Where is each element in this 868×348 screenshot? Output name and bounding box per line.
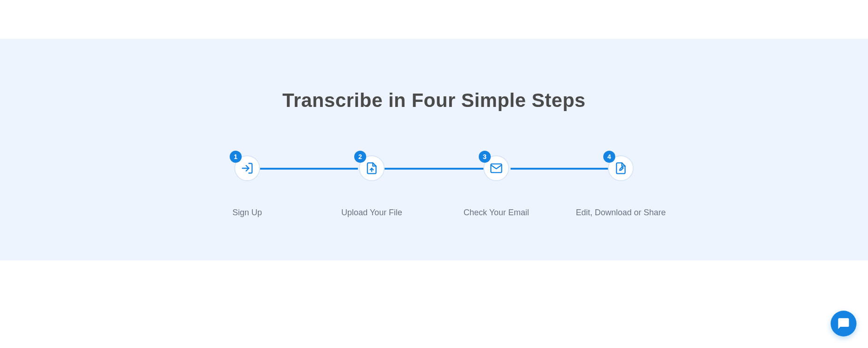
step-edit-download-share: 4 Edit, Download or Share [559, 155, 683, 218]
step-icon-wrapper: 1 [234, 155, 260, 181]
step-icon-wrapper: 3 [483, 155, 509, 181]
step-label: Edit, Download or Share [576, 208, 666, 218]
steps-section: Transcribe in Four Simple Steps 1 Sign U… [0, 39, 868, 260]
step-number-badge: 1 [230, 151, 242, 163]
step-icon-wrapper: 4 [608, 155, 634, 181]
chat-icon [837, 317, 850, 330]
step-label: Upload Your File [341, 208, 402, 218]
step-number-badge: 4 [603, 151, 615, 163]
step-label: Check Your Email [464, 208, 529, 218]
sign-in-icon [241, 162, 254, 175]
step-number-badge: 3 [479, 151, 491, 163]
step-label: Sign Up [232, 208, 262, 218]
email-icon [490, 162, 503, 175]
step-sign-up: 1 Sign Up [185, 155, 309, 218]
chat-button[interactable] [831, 311, 856, 336]
step-icon-wrapper: 2 [359, 155, 385, 181]
file-edit-icon [614, 162, 627, 175]
step-check-email: 3 Check Your Email [434, 155, 559, 218]
step-upload-file: 2 Upload Your File [309, 155, 434, 218]
file-upload-icon [365, 162, 378, 175]
steps-container: 1 Sign Up 2 [180, 155, 688, 218]
section-title: Transcribe in Four Simple Steps [0, 89, 868, 112]
step-number-badge: 2 [354, 151, 366, 163]
